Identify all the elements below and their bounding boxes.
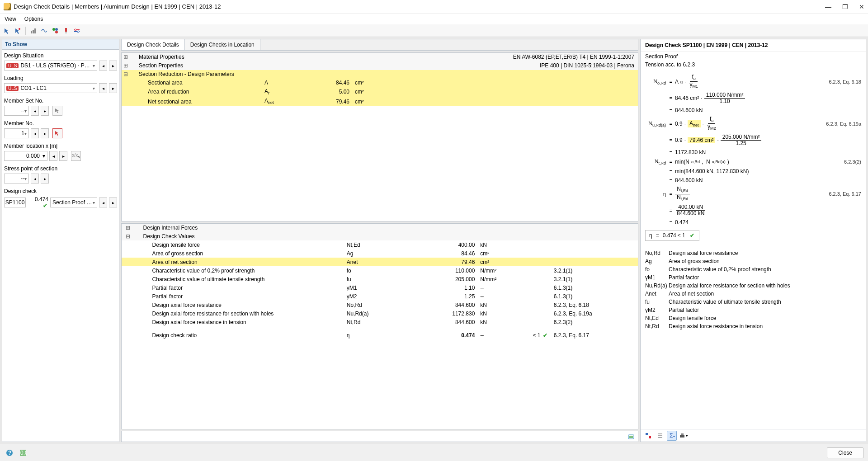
table-row: Area of gross sectionAg84.46cm² bbox=[122, 249, 638, 258]
svg-point-6 bbox=[55, 28, 58, 31]
window-title: Design Check Details | Members | Aluminu… bbox=[14, 3, 825, 10]
situation-prev-button[interactable]: ◂ bbox=[99, 61, 107, 71]
tool-select-icon[interactable] bbox=[2, 26, 12, 36]
maximize-button[interactable]: ❐ bbox=[842, 3, 848, 10]
tool-select-alt-icon[interactable] bbox=[13, 26, 23, 36]
svg-rect-13 bbox=[629, 436, 633, 438]
legend-row: γM2Partial factor bbox=[645, 307, 861, 313]
memberloc-value[interactable]: 0.000 bbox=[26, 153, 40, 159]
legend-row: AgArea of gross section bbox=[645, 258, 861, 264]
expand-icon[interactable]: ⊞ bbox=[122, 224, 135, 232]
tool-formula-icon[interactable] bbox=[39, 26, 49, 36]
legend-row: γM1Partial factor bbox=[645, 274, 861, 281]
decimals-icon[interactable]: 0,00 bbox=[18, 448, 28, 458]
menu-options[interactable]: Options bbox=[24, 16, 43, 22]
result-box: η=0.474 ≤ 1✔ bbox=[645, 230, 699, 241]
chevron-down-icon: ▾ bbox=[24, 131, 27, 136]
legend-row: fuCharacteristic value of ultimate tensi… bbox=[645, 299, 861, 305]
app-icon bbox=[4, 3, 11, 10]
tab-details[interactable]: Design Check Details bbox=[122, 39, 185, 50]
memberno-next-button[interactable]: ▸ bbox=[41, 128, 49, 138]
midpanel-footer bbox=[121, 431, 638, 442]
check-icon: ✔ bbox=[43, 202, 47, 209]
table-row: Characteristic value of ultimate tensile… bbox=[122, 275, 638, 283]
collapse-icon[interactable]: ⊟ bbox=[122, 70, 131, 79]
memberset-next-button[interactable]: ▸ bbox=[41, 106, 49, 116]
rp-tool-print-icon[interactable]: ▾ bbox=[679, 431, 689, 441]
memberloc-next-button[interactable]: ▸ bbox=[59, 151, 67, 161]
memberno-pick-button[interactable] bbox=[52, 128, 62, 138]
svg-rect-3 bbox=[34, 28, 36, 33]
memberloc-xxs-button[interactable]: x/xs bbox=[71, 151, 81, 161]
lower-grid: ⊞Design Internal Forces ⊟Design Check Va… bbox=[121, 223, 638, 429]
svg-point-10 bbox=[75, 29, 76, 31]
memberset-pick-button[interactable] bbox=[52, 106, 62, 116]
memberno-combo[interactable]: 1 ▾ bbox=[4, 128, 29, 138]
designcheck-prev-button[interactable]: ◂ bbox=[99, 198, 107, 207]
footer: ? 0,00 Close bbox=[0, 444, 868, 461]
loading-prev-button[interactable]: ◂ bbox=[99, 83, 107, 93]
loading-next-button[interactable]: ▸ bbox=[109, 83, 117, 93]
situation-next-button[interactable]: ▸ bbox=[109, 61, 117, 71]
table-row: Characteristic value of 0,2% proof stren… bbox=[122, 266, 638, 275]
right-panel: Design Check SP1100 | EN 1999 | CEN | 20… bbox=[640, 39, 866, 442]
legend-row: AnetArea of net section bbox=[645, 291, 861, 297]
stresspt-prev-button[interactable]: ◂ bbox=[31, 174, 39, 183]
chevron-down-icon: ▾ bbox=[24, 176, 27, 181]
designcheck-next-button[interactable]: ▸ bbox=[109, 198, 117, 207]
tab-location[interactable]: Design Checks in Location bbox=[185, 39, 260, 50]
memberset-combo[interactable]: -- ▾ bbox=[4, 106, 29, 116]
left-panel: To Show Design Situation ULS DS1 - ULS (… bbox=[2, 39, 119, 442]
screenshot-icon[interactable] bbox=[626, 432, 636, 442]
titlebar: Design Check Details | Members | Aluminu… bbox=[0, 0, 868, 14]
memberloc-prev-button[interactable]: ◂ bbox=[49, 151, 57, 161]
design-situation-combo[interactable]: ULS DS1 - ULS (STR/GEO) - Permane... ▾ bbox=[4, 61, 97, 71]
memberno-prev-button[interactable]: ◂ bbox=[31, 128, 39, 138]
stresspt-next-button[interactable]: ▸ bbox=[41, 174, 49, 183]
table-row: Area of net sectionAnet79.46cm² bbox=[122, 258, 638, 266]
menu-view[interactable]: View bbox=[5, 16, 16, 22]
rp-tool-list-icon[interactable] bbox=[655, 431, 665, 441]
svg-text:Σ=: Σ= bbox=[670, 433, 675, 439]
help-icon[interactable]: ? bbox=[5, 448, 14, 458]
right-panel-sub2: Tension acc. to 6.2.3 bbox=[641, 60, 866, 71]
expand-icon[interactable]: ⊞ bbox=[122, 53, 131, 61]
minimize-button[interactable]: — bbox=[825, 3, 831, 10]
right-panel-sub1: Section Proof bbox=[641, 52, 866, 60]
right-panel-body: No,Rd= Ag · foγM1 6.2.3, Eq. 6.18 = 84.4… bbox=[641, 71, 866, 429]
expand-icon[interactable]: ⊞ bbox=[122, 61, 131, 70]
svg-text:?: ? bbox=[8, 450, 11, 456]
close-window-button[interactable]: ✕ bbox=[859, 3, 864, 10]
designcheck-combo[interactable]: Section Proof | Tens... ▾ bbox=[50, 198, 97, 207]
stresspt-combo[interactable]: -- ▾ bbox=[4, 174, 29, 183]
svg-rect-1 bbox=[31, 31, 32, 33]
chevron-down-icon: ▾ bbox=[93, 63, 95, 68]
loading-combo[interactable]: ULS CO1 - LC1 ▾ bbox=[4, 83, 97, 93]
table-row: Partial factorγM11.10--6.1.3(1) bbox=[122, 283, 638, 292]
svg-point-0 bbox=[19, 28, 20, 30]
svg-text:0,00: 0,00 bbox=[20, 450, 27, 456]
svg-rect-7 bbox=[65, 28, 67, 32]
tool-connections-icon[interactable] bbox=[50, 26, 60, 36]
menubar: View Options bbox=[0, 14, 868, 24]
tool-chart-icon[interactable] bbox=[28, 26, 38, 36]
tool-pin-icon[interactable] bbox=[61, 26, 71, 36]
tool-settings-icon[interactable] bbox=[72, 26, 82, 36]
loading-label: Loading bbox=[4, 75, 117, 81]
legend-row: foCharacteristic value of 0,2% proof str… bbox=[645, 266, 861, 273]
rp-tool1-icon[interactable] bbox=[643, 431, 653, 441]
ratio-row: Design check ratioη0.474--≤ 1 ✔6.2.3, Eq… bbox=[122, 331, 638, 339]
right-panel-toolbar: Σ= ▾ bbox=[641, 429, 866, 442]
design-situation-label: Design Situation bbox=[4, 52, 117, 59]
collapse-icon[interactable]: ⊟ bbox=[122, 232, 135, 240]
legend-row: Nt,RdDesign axial force resistance in te… bbox=[645, 323, 861, 329]
table-row: Design tensile forceNt,Ed400.00kN bbox=[122, 240, 638, 249]
rp-tool-formula-icon[interactable]: Σ= bbox=[667, 431, 677, 441]
svg-rect-18 bbox=[681, 433, 684, 435]
toolbar bbox=[0, 24, 868, 37]
close-button[interactable]: Close bbox=[827, 447, 863, 458]
chevron-down-icon: ▾ bbox=[93, 86, 95, 91]
memberset-prev-button[interactable]: ◂ bbox=[31, 106, 39, 116]
stresspt-label: Stress point of section bbox=[4, 165, 117, 172]
designcheck-label: Design check bbox=[4, 188, 117, 194]
